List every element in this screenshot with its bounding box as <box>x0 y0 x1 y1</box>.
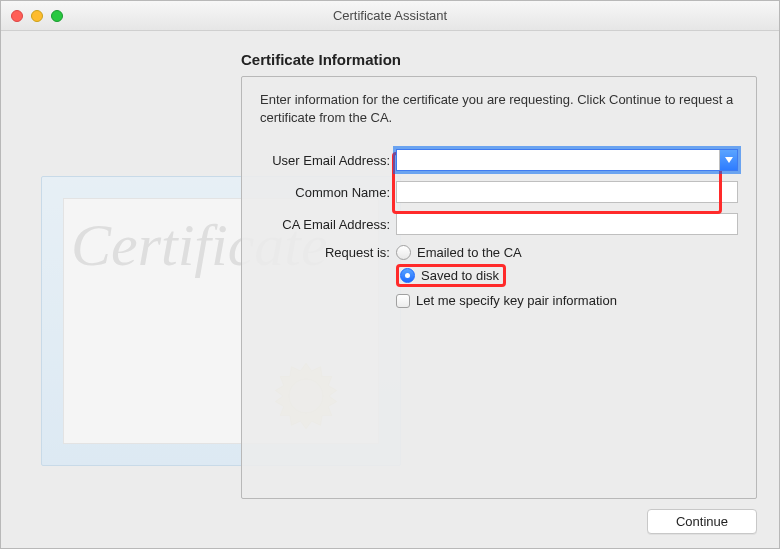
row-request-is: Request is: Emailed to the CA <box>260 245 738 260</box>
user-email-combobox[interactable] <box>396 149 738 171</box>
request-is-label: Request is: <box>260 245 396 260</box>
row-ca-email: CA Email Address: <box>260 213 738 235</box>
ca-email-input[interactable] <box>396 213 738 235</box>
close-button[interactable] <box>11 10 23 22</box>
minimize-button[interactable] <box>31 10 43 22</box>
continue-button[interactable]: Continue <box>647 509 757 534</box>
instructions-text: Enter information for the certificate yo… <box>260 91 738 127</box>
common-name-label: Common Name: <box>260 185 396 200</box>
option-emailed-label: Emailed to the CA <box>417 245 522 260</box>
checkbox-specify-keypair[interactable] <box>396 294 410 308</box>
row-common-name: Common Name: <box>260 181 738 203</box>
user-email-value[interactable] <box>397 150 719 170</box>
zoom-button[interactable] <box>51 10 63 22</box>
option-saved-label: Saved to disk <box>421 268 499 283</box>
content-area: Certificate Certificate Information Ente… <box>1 31 779 548</box>
radio-saved-to-disk[interactable] <box>400 268 415 283</box>
radio-emailed-to-ca[interactable] <box>396 245 411 260</box>
titlebar: Certificate Assistant <box>1 1 779 31</box>
window-title: Certificate Assistant <box>1 8 779 23</box>
row-specify-keypair: Let me specify key pair information <box>396 293 738 308</box>
form-panel: Enter information for the certificate yo… <box>241 76 757 499</box>
footer: Continue <box>23 499 757 534</box>
annotation-highlight-saved: Saved to disk <box>396 264 506 287</box>
window: Certificate Assistant Certificate Certif… <box>0 0 780 549</box>
row-saved-to-disk: Saved to disk <box>396 264 738 287</box>
option-specify-keypair-label: Let me specify key pair information <box>416 293 617 308</box>
common-name-input[interactable] <box>396 181 738 203</box>
section-heading: Certificate Information <box>241 51 757 68</box>
chevron-down-icon[interactable] <box>719 150 737 170</box>
svg-marker-2 <box>725 157 733 163</box>
user-email-label: User Email Address: <box>260 153 396 168</box>
ca-email-label: CA Email Address: <box>260 217 396 232</box>
row-user-email: User Email Address: <box>260 149 738 171</box>
traffic-lights <box>11 10 63 22</box>
